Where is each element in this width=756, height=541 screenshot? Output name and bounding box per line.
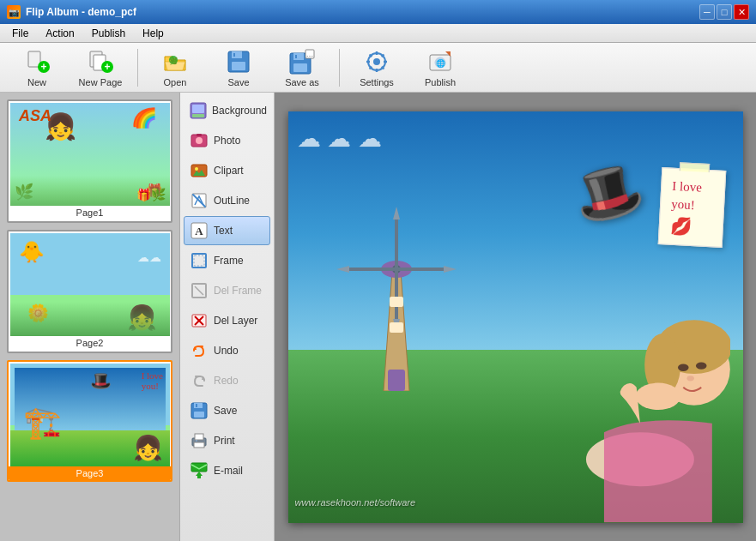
tool-undo[interactable]: Undo bbox=[184, 336, 270, 365]
open-button[interactable]: 🌿 Open bbox=[145, 46, 205, 89]
menu-publish[interactable]: Publish bbox=[83, 26, 134, 41]
close-button[interactable]: ✕ bbox=[734, 4, 749, 20]
svg-text:🌐: 🌐 bbox=[436, 58, 446, 69]
svg-text:+: + bbox=[104, 61, 110, 73]
tool-redo[interactable]: Redo bbox=[184, 366, 270, 395]
svg-rect-55 bbox=[196, 404, 197, 407]
background-icon bbox=[190, 101, 207, 120]
svg-rect-65 bbox=[388, 370, 405, 391]
clouds: ☁ ☁ ☁ bbox=[297, 124, 383, 153]
svg-rect-76 bbox=[390, 322, 403, 333]
svg-rect-16 bbox=[295, 55, 297, 58]
svg-text:+: + bbox=[40, 61, 46, 73]
svg-rect-59 bbox=[196, 440, 197, 442]
save-as-label: Save as bbox=[285, 77, 319, 87]
page-thumb-2[interactable]: 🐥 ☁☁ 🌼 👧 Page2 bbox=[7, 230, 172, 353]
svg-rect-54 bbox=[194, 412, 204, 418]
svg-line-48 bbox=[195, 286, 203, 295]
page3-preview: 🏗️ 👧 I loveyou! 🎩 bbox=[10, 364, 170, 466]
svg-rect-53 bbox=[194, 403, 203, 408]
photo-icon bbox=[190, 131, 209, 150]
menu-action[interactable]: Action bbox=[37, 26, 82, 41]
tool-email[interactable]: E-mail bbox=[184, 456, 270, 485]
new-icon: + bbox=[23, 48, 51, 75]
new-label: New bbox=[27, 77, 46, 87]
tool-background[interactable]: Background bbox=[184, 96, 270, 125]
redo-icon bbox=[190, 371, 209, 390]
del-frame-label: Del Frame bbox=[214, 285, 262, 297]
tool-frame[interactable]: Frame bbox=[184, 246, 270, 275]
maximize-button[interactable]: □ bbox=[717, 4, 732, 20]
tool-print[interactable]: Print bbox=[184, 426, 270, 455]
title-bar: 📷 Flip Album - demo_pcf ─ □ ✕ bbox=[0, 0, 756, 24]
window-controls: ─ □ ✕ bbox=[699, 4, 749, 20]
del-layer-label: Del Layer bbox=[214, 315, 257, 327]
toolbar-separator-2 bbox=[339, 49, 340, 87]
note-text: I loveyou! bbox=[671, 177, 715, 215]
save-as-button[interactable]: … Save as bbox=[272, 46, 332, 89]
tool-save[interactable]: Save bbox=[184, 396, 270, 425]
love-note: I loveyou! 💋 bbox=[658, 167, 727, 248]
svg-rect-60 bbox=[191, 463, 207, 472]
tool-del-frame[interactable]: Del Frame bbox=[184, 276, 270, 305]
svg-rect-14 bbox=[293, 53, 304, 60]
canvas-area: ☁ ☁ ☁ bbox=[275, 93, 756, 541]
page2-label: Page2 bbox=[10, 336, 169, 350]
svg-rect-62 bbox=[197, 476, 201, 478]
frame-label: Frame bbox=[214, 255, 244, 267]
svg-text:🌿: 🌿 bbox=[169, 57, 178, 65]
save-tool-label: Save bbox=[214, 405, 237, 417]
text-label: Text bbox=[214, 225, 233, 237]
svg-rect-35 bbox=[192, 114, 204, 117]
window-title: Flip Album - demo_pcf bbox=[26, 6, 136, 18]
menu-file[interactable]: File bbox=[3, 26, 37, 41]
email-label: E-mail bbox=[214, 465, 243, 477]
svg-rect-10 bbox=[232, 51, 242, 58]
svg-rect-38 bbox=[197, 134, 202, 136]
del-layer-icon bbox=[190, 311, 209, 330]
save-icon bbox=[225, 48, 252, 75]
print-icon bbox=[190, 431, 209, 450]
svg-rect-15 bbox=[293, 63, 307, 72]
tool-clipart[interactable]: Clipart bbox=[184, 156, 270, 185]
svg-marker-74 bbox=[336, 266, 349, 273]
svg-point-82 bbox=[678, 364, 689, 371]
save-button[interactable]: Save bbox=[209, 46, 269, 89]
svg-rect-75 bbox=[390, 297, 403, 307]
tool-text[interactable]: A Text bbox=[184, 216, 270, 245]
del-frame-icon bbox=[190, 281, 209, 300]
minimize-button[interactable]: ─ bbox=[699, 4, 715, 20]
svg-marker-70 bbox=[444, 266, 457, 273]
pages-panel: 🌈 👧 ASA 🎁 🌿 Page1 🐥 ☁☁ 🌼 👧 bbox=[0, 93, 180, 541]
watermark: www.rasekhoon.net/software bbox=[295, 497, 416, 508]
svg-point-20 bbox=[373, 58, 380, 65]
svg-point-84 bbox=[687, 376, 694, 381]
open-label: Open bbox=[164, 77, 187, 87]
page-thumb-1[interactable]: 🌈 👧 ASA 🎁 🌿 Page1 bbox=[7, 99, 172, 223]
tool-photo[interactable]: Photo bbox=[184, 126, 270, 155]
svg-rect-46 bbox=[194, 255, 204, 266]
settings-button[interactable]: Settings bbox=[347, 46, 407, 89]
menu-help[interactable]: Help bbox=[134, 26, 172, 41]
tool-outline[interactable]: OutLine bbox=[184, 186, 270, 215]
kiss-mark: 💋 bbox=[670, 214, 713, 237]
redo-label: Redo bbox=[214, 375, 239, 387]
menu-bar: File Action Publish Help bbox=[0, 24, 756, 43]
save-tool-icon bbox=[190, 401, 209, 420]
toolbar-separator-1 bbox=[137, 49, 138, 87]
undo-label: Undo bbox=[214, 345, 239, 357]
frame-icon bbox=[190, 251, 209, 270]
tool-del-layer[interactable]: Del Layer bbox=[184, 306, 270, 335]
publish-button[interactable]: 🌐 Publish bbox=[410, 46, 470, 89]
print-label: Print bbox=[214, 435, 235, 447]
svg-point-81 bbox=[636, 383, 680, 410]
undo-icon bbox=[190, 341, 209, 360]
page-thumb-3[interactable]: 🏗️ 👧 I loveyou! 🎩 Page3 bbox=[7, 360, 172, 482]
canvas-content[interactable]: ☁ ☁ ☁ bbox=[288, 111, 743, 523]
svg-point-83 bbox=[696, 363, 707, 370]
svg-rect-57 bbox=[195, 434, 203, 440]
new-page-button[interactable]: + New Page bbox=[70, 46, 130, 89]
new-button[interactable]: + New bbox=[7, 46, 67, 89]
svg-rect-11 bbox=[232, 62, 245, 70]
svg-rect-34 bbox=[192, 105, 204, 113]
